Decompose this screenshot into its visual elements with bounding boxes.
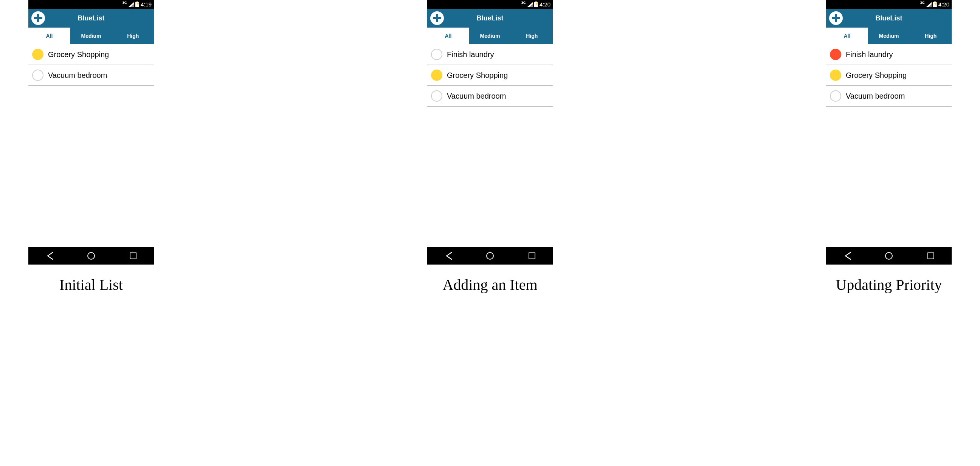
priority-indicator[interactable]	[431, 70, 442, 81]
back-icon	[844, 252, 850, 260]
list-container: Grocery ShoppingVacuum bedroom	[29, 44, 154, 247]
app-header: BlueList	[826, 9, 951, 28]
signal-icon	[926, 2, 932, 7]
network-indicator: 3G	[521, 1, 526, 5]
tabs-container: AllMediumHigh	[826, 28, 951, 44]
priority-indicator[interactable]	[830, 90, 841, 102]
status-time: 4:19	[141, 1, 152, 8]
svg-rect-8	[832, 17, 840, 19]
tabs-container: AllMediumHigh	[29, 28, 154, 44]
priority-indicator[interactable]	[431, 49, 442, 60]
network-indicator: 3G	[123, 1, 127, 5]
tab-all[interactable]: All	[427, 28, 469, 44]
list-item[interactable]: Finish laundry	[427, 44, 553, 65]
tab-medium[interactable]: Medium	[868, 28, 910, 44]
list-item[interactable]: Finish laundry	[826, 44, 951, 65]
app-title: BlueList	[78, 14, 104, 22]
tab-all[interactable]: All	[29, 28, 70, 44]
list-item[interactable]: Vacuum bedroom	[826, 86, 951, 107]
status-bar: 3G4:20	[826, 0, 951, 9]
home-icon	[885, 252, 892, 260]
priority-indicator[interactable]	[830, 70, 841, 81]
phone-screen-0: 3G4:19BlueListAllMediumHighGrocery Shopp…	[29, 0, 154, 264]
screen-caption: Updating Priority	[835, 276, 942, 294]
navigation-bar	[826, 247, 951, 264]
tab-high[interactable]: High	[910, 28, 951, 44]
plus-icon	[431, 12, 443, 24]
recent-apps-icon	[130, 253, 137, 259]
app-title: BlueList	[476, 14, 503, 22]
home-icon	[88, 252, 95, 260]
home-button[interactable]	[885, 252, 893, 260]
app-header: BlueList	[427, 9, 553, 28]
battery-icon	[933, 2, 937, 7]
item-text: Finish laundry	[846, 50, 893, 59]
status-time: 4:20	[939, 1, 950, 8]
list-item[interactable]: Vacuum bedroom	[29, 65, 154, 86]
add-item-button[interactable]	[31, 11, 45, 25]
svg-rect-5	[433, 17, 441, 19]
item-text: Grocery Shopping	[447, 71, 508, 80]
list-container: Finish laundryGrocery ShoppingVacuum bed…	[427, 44, 553, 247]
navigation-bar	[427, 247, 553, 264]
status-bar: 3G4:20	[427, 0, 553, 9]
back-button[interactable]	[843, 252, 851, 260]
status-bar: 3G4:19	[29, 0, 154, 9]
item-text: Vacuum bedroom	[846, 92, 905, 100]
screen-caption: Adding an Item	[442, 276, 537, 294]
tab-medium[interactable]: Medium	[469, 28, 511, 44]
screen-caption: Initial List	[59, 276, 123, 294]
list-item[interactable]: Grocery Shopping	[29, 44, 154, 65]
home-button[interactable]	[87, 252, 95, 260]
tab-all[interactable]: All	[826, 28, 868, 44]
priority-indicator[interactable]	[32, 70, 43, 81]
battery-icon	[534, 2, 538, 7]
priority-indicator[interactable]	[830, 49, 841, 60]
app-header: BlueList	[29, 9, 154, 28]
signal-icon	[129, 2, 134, 7]
plus-icon	[32, 12, 44, 24]
battery-icon	[135, 2, 139, 7]
recent-apps-icon	[928, 253, 934, 259]
list-item[interactable]: Vacuum bedroom	[427, 86, 553, 107]
tab-medium[interactable]: Medium	[70, 28, 112, 44]
list-item[interactable]: Grocery Shopping	[427, 65, 553, 86]
recent-apps-button[interactable]	[528, 252, 536, 260]
add-item-button[interactable]	[430, 11, 444, 25]
back-icon	[445, 252, 451, 260]
home-button[interactable]	[486, 252, 494, 260]
phone-screen-1: 3G4:20BlueListAllMediumHighFinish laundr…	[427, 0, 553, 264]
plus-icon	[830, 12, 842, 24]
tabs-container: AllMediumHigh	[427, 28, 553, 44]
back-icon	[46, 252, 52, 260]
priority-indicator[interactable]	[431, 90, 442, 102]
item-text: Finish laundry	[447, 50, 494, 59]
recent-apps-button[interactable]	[927, 252, 935, 260]
back-button[interactable]	[444, 252, 452, 260]
item-text: Grocery Shopping	[48, 50, 109, 59]
recent-apps-button[interactable]	[129, 252, 137, 260]
add-item-button[interactable]	[829, 11, 843, 25]
list-container: Finish laundryGrocery ShoppingVacuum bed…	[826, 44, 951, 247]
app-title: BlueList	[875, 14, 902, 22]
list-item[interactable]: Grocery Shopping	[826, 65, 951, 86]
tab-high[interactable]: High	[511, 28, 553, 44]
item-text: Grocery Shopping	[846, 71, 907, 80]
priority-indicator[interactable]	[32, 49, 43, 60]
recent-apps-icon	[528, 253, 535, 259]
phone-screen-2: 3G4:20BlueListAllMediumHighFinish laundr…	[826, 0, 951, 264]
status-time: 4:20	[539, 1, 550, 8]
item-text: Vacuum bedroom	[447, 92, 506, 100]
network-indicator: 3G	[920, 1, 925, 5]
item-text: Vacuum bedroom	[48, 71, 107, 80]
signal-icon	[527, 2, 533, 7]
navigation-bar	[29, 247, 154, 264]
svg-rect-2	[34, 17, 42, 19]
back-button[interactable]	[45, 252, 53, 260]
tab-high[interactable]: High	[112, 28, 154, 44]
home-icon	[486, 252, 494, 260]
